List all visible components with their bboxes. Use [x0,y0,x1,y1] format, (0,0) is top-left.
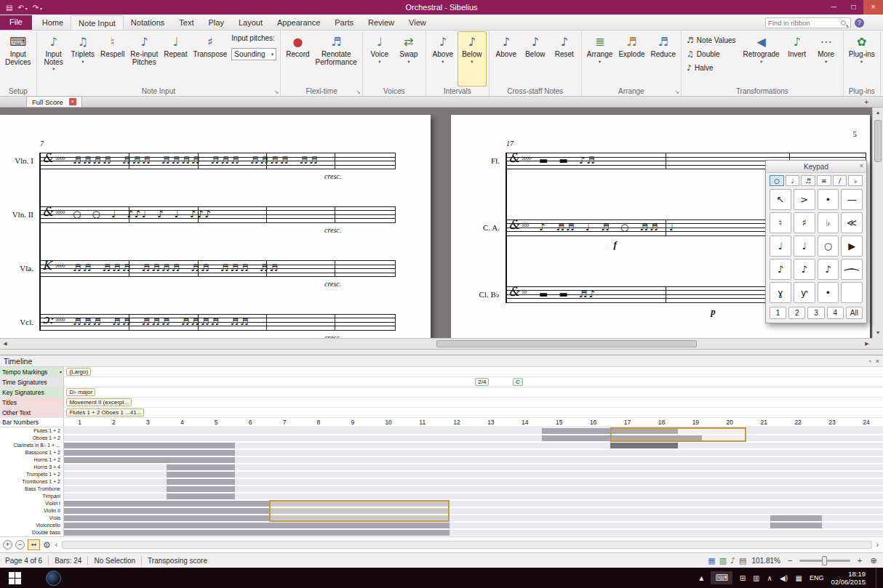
zoom-slider-thumb[interactable] [822,556,827,565]
ribbon-button-voice[interactable]: ♩Voice▾ [365,31,394,86]
scroll-down-icon[interactable]: ▼ [873,328,883,338]
kp-quarter-note-2-icon[interactable]: ♩ [794,235,815,257]
kp-whole-note-icon[interactable]: ○ [818,235,839,257]
keypad-tab-more-notes[interactable]: ♩ [786,175,800,186]
redo-icon[interactable]: ↷ ▾ [33,4,42,12]
mixer-toggle-icon[interactable]: ▥ [719,556,727,565]
keypad-tab-jazz-articulations[interactable]: / [833,175,847,186]
ribbon-button-repeat[interactable]: ♩Repeat [161,31,190,86]
timeline-zoom-out-button[interactable]: − [15,540,25,549]
system-icon[interactable]: ⊞ [740,574,746,582]
updates-icon[interactable]: ∧ [767,574,772,582]
ideas-toggle-icon[interactable]: ♪ [730,556,735,565]
ribbon-button-below[interactable]: ♪Below [521,31,550,86]
scroll-left-icon[interactable]: ◀ [0,339,10,349]
document-tab-full-score[interactable]: Full Score× [26,96,82,107]
keypad-voice-1[interactable]: 1 [770,307,786,319]
kp-pointer-icon[interactable]: ↖ [770,189,791,210]
timeline-scroll-left-icon[interactable]: ‹ [54,541,59,549]
input-pitches-dropdown[interactable]: Sounding▾ [231,48,276,60]
file-tab[interactable]: File [0,15,32,30]
timeline-event-chip[interactable]: Flutes 1 + 2 Oboes 1 ...41... [66,408,144,416]
vertical-scroll-thumb[interactable] [874,120,882,162]
dialog-launcher-icon[interactable]: ↘ [674,89,679,95]
ribbon-tab-notations[interactable]: Notations [124,15,172,30]
ribbon-button-record[interactable]: ●Record [283,31,312,86]
kp-sharp-icon[interactable]: ♯ [794,212,815,233]
ribbon-button-input-devices[interactable]: ⌨Input Devices [2,31,34,86]
keypad-toggle-icon[interactable]: ▦ [708,556,715,565]
ribbon-button-reset[interactable]: ♪Reset [550,31,579,86]
keypad-tab-articulations[interactable]: ≡ [817,175,831,186]
ribbon-button-double[interactable]: ♫Double [684,47,739,60]
timeline-event-chip[interactable]: (Largo) [66,368,91,376]
timeline-track-lane[interactable]: Flutes 1 + 2 Oboes 1 ...41... [64,408,883,417]
save-icon[interactable]: ▤ [6,4,12,12]
volume-icon[interactable]: ◀) [780,574,788,582]
keypad-close-icon[interactable]: × [860,162,863,169]
ribbon-button-re-input-pitches[interactable]: ♪Re-input Pitches [127,31,161,86]
keypad-voice-2[interactable]: 2 [788,307,805,319]
kp-flat-icon[interactable]: ♭ [818,212,839,233]
close-button[interactable]: × [863,0,883,15]
dialog-launcher-icon[interactable]: ↘ [356,89,361,95]
timeline-event-chip[interactable]: 2/4 [475,378,489,386]
filter-arrow-icon[interactable]: ▾ [60,369,62,374]
ribbon-button-invert[interactable]: ♪Invert [783,31,812,86]
kp-eighth-note-3-icon[interactable]: ♪ [818,259,839,280]
keypad-title-bar[interactable]: Keypad × [766,161,866,173]
zoom-slider[interactable] [799,560,850,562]
ribbon-button-more[interactable]: ⋯More▾ [812,31,841,86]
find-in-ribbon-input[interactable] [768,19,841,27]
show-hidden-icon[interactable]: ▲ [699,575,703,581]
ribbon-button-swap[interactable]: ⇄Swap▾ [394,31,423,86]
ribbon-tab-parts[interactable]: Parts [327,15,361,30]
tab-close-icon[interactable]: × [69,98,76,105]
keypad-tab-beams-tremolos[interactable]: ♬ [801,175,815,186]
timeline-track-lane[interactable]: (Largo) [64,367,883,376]
maximize-button[interactable]: □ [844,0,863,15]
zoom-fit-icon[interactable]: ⊕ [869,556,878,565]
minimize-button[interactable]: ─ [824,0,844,15]
ribbon-tab-layout[interactable]: Layout [231,15,270,30]
ribbon-tab-view[interactable]: View [401,15,433,30]
panels-toggle-icon[interactable]: ▤ [739,556,746,565]
scroll-right-icon[interactable]: ▶ [862,339,872,349]
keypad-voice-3[interactable]: 3 [807,307,824,319]
vertical-scrollbar[interactable]: ▲ ▼ [872,108,883,338]
ribbon-tab-play[interactable]: Play [201,15,231,30]
clock[interactable]: 18:19 02/06/2015 [831,570,866,586]
timeline-event-chip[interactable]: C [513,378,523,386]
ribbon-button-above[interactable]: ♪Above▾ [428,31,458,86]
timeline-fit-button[interactable]: ↔ [28,539,40,550]
kp-rewind-icon[interactable]: ≪ [841,212,863,233]
ribbon-button-retrograde[interactable]: ◀Retrograde▾ [740,31,783,86]
undo-icon[interactable]: ↶ ▾ [17,4,27,12]
ribbon-button-transpose[interactable]: ♯Transpose [190,31,230,86]
touch-keyboard-icon[interactable]: ⌨ [711,571,732,584]
new-tab-button[interactable]: + [864,98,868,106]
ribbon-tab-home[interactable]: Home [35,15,71,30]
ribbon-button-input-notes[interactable]: ♪Input Notes▾ [39,31,68,86]
timeline-scrollbar[interactable] [62,541,872,549]
timeline-event-chip[interactable]: D♭ major [66,388,95,396]
zoom-out-button[interactable]: − [786,556,794,565]
keypad-voice-all[interactable]: All [846,307,863,319]
kp-play-icon[interactable]: ▶ [841,235,863,257]
score-page-left[interactable]: 7Vln. I&♭♭♭♭♬♬♬♬ ♬♬♬ ♬♬♬♬ ♬♬♬ ♬♬♬♬ ♬♬cre… [0,115,431,349]
timeline-settings-icon[interactable]: ⚙ [43,540,51,550]
horizontal-scrollbar[interactable]: ◀ ▶ [0,338,872,349]
ribbon-tab-review[interactable]: Review [361,15,401,30]
kp-tie-icon[interactable]: ( [841,259,863,280]
ribbon-tab-text[interactable]: Text [172,15,201,30]
timeline-dock-icon[interactable]: ▫ [869,358,871,365]
kp-eighth-note-icon[interactable]: ♪ [770,259,791,280]
show-desktop-strip[interactable] [876,568,879,588]
timeline-event-chip[interactable]: Movement II (excerpt... [66,398,132,406]
ribbon-button-triplets[interactable]: ♫Triplets▾ [68,31,97,86]
timeline-zoom-in-button[interactable]: + [3,540,12,549]
ribbon-button-reduce[interactable]: ♬Reduce [648,31,679,86]
zoom-in-button[interactable]: + [855,556,864,565]
horizontal-scroll-thumb[interactable] [436,340,697,347]
timeline-scroll-right-icon[interactable]: › [875,541,880,549]
